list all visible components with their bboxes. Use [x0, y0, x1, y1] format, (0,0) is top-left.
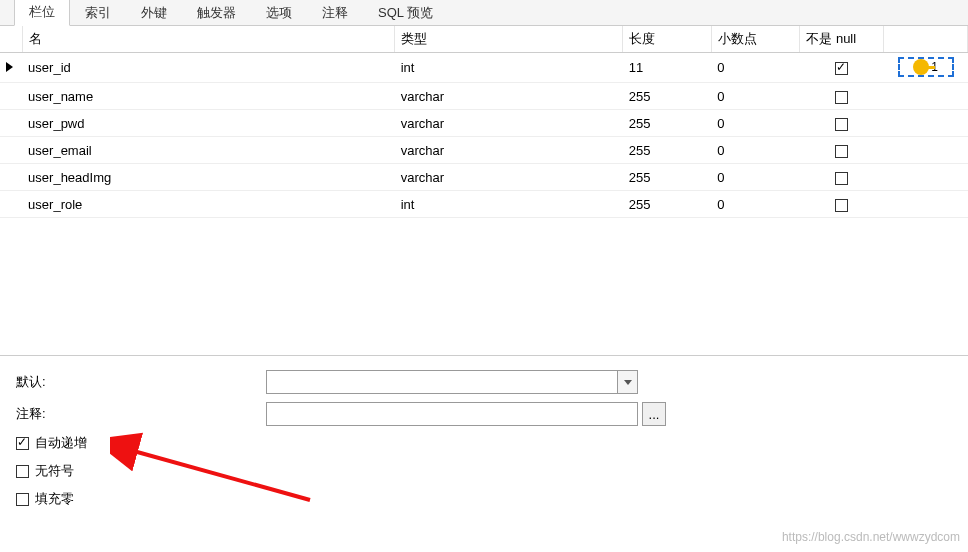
- table-row[interactable]: user_name varchar 255 0: [0, 83, 968, 110]
- columns-grid-area: 名 类型 长度 小数点 不是 null user_id int 11 0 1: [0, 26, 968, 356]
- column-detail-panel: 默认: 注释: ... 自动递增 无符号 填充零: [0, 356, 968, 532]
- col-header-length[interactable]: 长度: [623, 26, 711, 53]
- table-row[interactable]: user_pwd varchar 255 0: [0, 110, 968, 137]
- cell-length[interactable]: 255: [623, 137, 711, 164]
- cell-type[interactable]: int: [395, 53, 623, 83]
- columns-grid[interactable]: 名 类型 长度 小数点 不是 null user_id int 11 0 1: [0, 26, 968, 218]
- cell-decimals[interactable]: 0: [711, 191, 799, 218]
- checkbox-icon[interactable]: [835, 91, 848, 104]
- comment-label: 注释:: [16, 405, 266, 423]
- checkbox-icon[interactable]: [835, 145, 848, 158]
- cell-length[interactable]: 255: [623, 110, 711, 137]
- primary-key-cell[interactable]: 1: [898, 57, 954, 77]
- cell-name[interactable]: user_id: [22, 53, 395, 83]
- auto-increment-checkbox[interactable]: [16, 437, 29, 450]
- zerofill-checkbox[interactable]: [16, 493, 29, 506]
- default-dropdown-button[interactable]: [617, 371, 637, 393]
- cell-name[interactable]: user_pwd: [22, 110, 395, 137]
- auto-increment-label: 自动递增: [35, 434, 87, 452]
- checkbox-icon[interactable]: [835, 172, 848, 185]
- tab-columns[interactable]: 栏位: [14, 0, 70, 26]
- comment-expand-button[interactable]: ...: [642, 402, 666, 426]
- table-row[interactable]: user_email varchar 255 0: [0, 137, 968, 164]
- cell-notnull[interactable]: [800, 83, 884, 110]
- tab-triggers[interactable]: 触发器: [182, 0, 251, 26]
- table-row[interactable]: user_id int 11 0 1: [0, 53, 968, 83]
- cell-type[interactable]: varchar: [395, 164, 623, 191]
- unsigned-checkbox[interactable]: [16, 465, 29, 478]
- comment-input[interactable]: [266, 402, 638, 426]
- default-input[interactable]: [267, 371, 617, 393]
- row-selected-marker: [0, 53, 22, 83]
- cell-notnull[interactable]: [800, 191, 884, 218]
- col-header-name[interactable]: 名: [22, 26, 395, 53]
- cell-length[interactable]: 255: [623, 164, 711, 191]
- table-row[interactable]: user_role int 255 0: [0, 191, 968, 218]
- col-header-marker: [0, 26, 22, 53]
- cell-name[interactable]: user_email: [22, 137, 395, 164]
- cell-name[interactable]: user_role: [22, 191, 395, 218]
- cell-type[interactable]: varchar: [395, 83, 623, 110]
- key-icon: [913, 59, 929, 75]
- cell-type[interactable]: varchar: [395, 137, 623, 164]
- tab-comment[interactable]: 注释: [307, 0, 363, 26]
- tab-bar: 栏位 索引 外键 触发器 选项 注释 SQL 预览: [0, 0, 968, 26]
- cell-decimals[interactable]: 0: [711, 164, 799, 191]
- tab-indexes[interactable]: 索引: [70, 0, 126, 26]
- cell-type[interactable]: varchar: [395, 110, 623, 137]
- cell-decimals[interactable]: 0: [711, 137, 799, 164]
- chevron-down-icon: [624, 380, 632, 385]
- checkbox-icon[interactable]: [835, 199, 848, 212]
- cell-name[interactable]: user_name: [22, 83, 395, 110]
- checkbox-icon[interactable]: [835, 62, 848, 75]
- default-label: 默认:: [16, 373, 266, 391]
- cell-notnull[interactable]: [800, 137, 884, 164]
- cell-length[interactable]: 255: [623, 191, 711, 218]
- col-header-notnull[interactable]: 不是 null: [800, 26, 884, 53]
- col-header-type[interactable]: 类型: [395, 26, 623, 53]
- zerofill-label: 填充零: [35, 490, 74, 508]
- cell-notnull[interactable]: [800, 164, 884, 191]
- cell-decimals[interactable]: 0: [711, 83, 799, 110]
- tab-foreign-keys[interactable]: 外键: [126, 0, 182, 26]
- cell-length[interactable]: 11: [623, 53, 711, 83]
- col-header-decimals[interactable]: 小数点: [711, 26, 799, 53]
- col-header-key: [884, 26, 968, 53]
- tab-sql-preview[interactable]: SQL 预览: [363, 0, 448, 26]
- watermark: https://blog.csdn.net/wwwzydcom: [782, 530, 960, 544]
- tab-options[interactable]: 选项: [251, 0, 307, 26]
- unsigned-label: 无符号: [35, 462, 74, 480]
- cell-length[interactable]: 255: [623, 83, 711, 110]
- cell-notnull[interactable]: [800, 53, 884, 83]
- cell-decimals[interactable]: 0: [711, 110, 799, 137]
- default-combobox[interactable]: [266, 370, 638, 394]
- cell-notnull[interactable]: [800, 110, 884, 137]
- cell-decimals[interactable]: 0: [711, 53, 799, 83]
- checkbox-icon[interactable]: [835, 118, 848, 131]
- cell-key[interactable]: 1: [884, 53, 968, 83]
- cell-type[interactable]: int: [395, 191, 623, 218]
- table-row[interactable]: user_headImg varchar 255 0: [0, 164, 968, 191]
- triangle-right-icon: [6, 62, 13, 72]
- cell-name[interactable]: user_headImg: [22, 164, 395, 191]
